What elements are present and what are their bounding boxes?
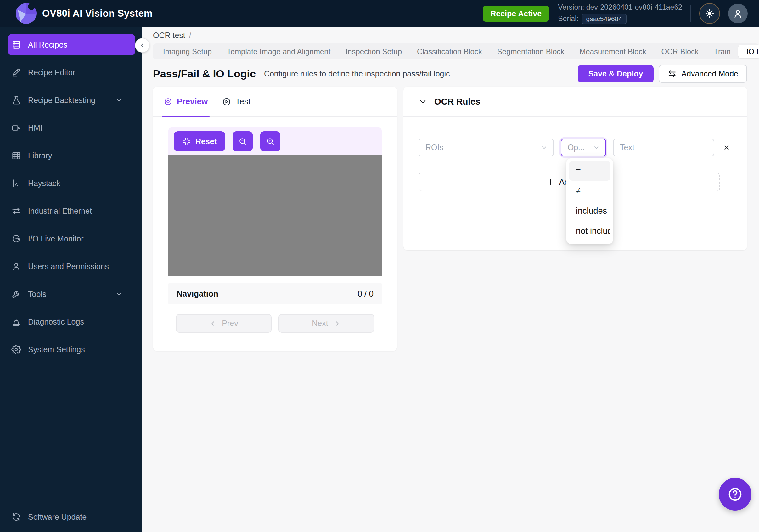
panels-row: Preview Test <box>153 87 747 351</box>
pager-row: Prev Next <box>168 314 382 333</box>
chevron-left-icon <box>139 42 145 49</box>
rule-row: ROIs Op... <box>419 139 732 156</box>
sidebar-item-label: Haystack <box>28 179 60 188</box>
breadcrumb-recipe[interactable]: OCR test <box>153 31 185 40</box>
operator-select[interactable]: Op... <box>561 139 606 156</box>
image-toolbar: Reset <box>168 128 382 155</box>
tab-imaging-setup[interactable]: Imaging Setup <box>155 47 219 56</box>
sidebar-item-software-update[interactable]: Software Update <box>0 503 141 531</box>
zoom-out-icon <box>238 137 247 146</box>
preview-image-canvas[interactable] <box>168 155 382 276</box>
advanced-mode-button[interactable]: Advanced Mode <box>659 65 747 83</box>
tab-preview[interactable]: Preview <box>163 87 208 116</box>
next-button[interactable]: Next <box>278 314 374 333</box>
operator-option-not-equals[interactable]: ≠ <box>569 181 611 201</box>
operator-option-equals[interactable]: = <box>569 161 611 181</box>
sidebar-item-label: Software Update <box>28 512 87 522</box>
operator-dropdown-menu: = ≠ includes not includes <box>566 158 613 244</box>
roi-select[interactable]: ROIs <box>419 139 554 156</box>
preview-tabs: Preview Test <box>153 87 397 117</box>
sidebar-item-label: All Recipes <box>28 40 67 49</box>
refresh-icon <box>11 512 21 522</box>
sidebar-item-recipe-editor[interactable]: Recipe Editor <box>0 59 141 86</box>
help-button[interactable] <box>719 478 751 511</box>
zoom-in-icon <box>266 137 275 146</box>
remove-rule-button[interactable] <box>721 142 732 153</box>
sidebar-item-label: HMI <box>28 123 43 133</box>
sidebar-item-label: Recipe Backtesting <box>28 96 95 105</box>
sidebar-item-users-permissions[interactable]: Users and Permissions <box>0 253 141 280</box>
tab-classification-block[interactable]: Classification Block <box>409 47 490 56</box>
sidebar-item-recipe-backtesting[interactable]: Recipe Backtesting <box>0 86 141 114</box>
ocr-rules-header[interactable]: OCR Rules <box>403 87 747 117</box>
close-icon <box>723 143 730 152</box>
theme-toggle-button[interactable] <box>699 3 720 24</box>
sidebar-item-all-recipes[interactable]: All Recipes <box>8 34 135 56</box>
sun-icon <box>705 9 714 18</box>
sidebar-item-io-live-monitor[interactable]: I/O Live Monitor <box>0 225 141 253</box>
tab-ocr-block[interactable]: OCR Block <box>654 47 706 56</box>
sidebar-item-diagnostic-logs[interactable]: Diagnostic Logs <box>0 308 141 336</box>
sidebar: All Recipes Recipe Editor Recipe Backtes… <box>0 27 141 532</box>
tab-test-label: Test <box>235 97 251 106</box>
tab-test[interactable]: Test <box>221 87 251 116</box>
preview-body: Reset <box>153 117 397 333</box>
prev-button[interactable]: Prev <box>176 314 271 333</box>
io-monitor-icon <box>11 234 21 244</box>
operator-select-placeholder: Op... <box>568 143 593 152</box>
advanced-mode-label: Advanced Mode <box>681 69 738 78</box>
navigation-bar: Navigation 0 / 0 <box>168 283 382 305</box>
tab-inspection-setup[interactable]: Inspection Setup <box>338 47 409 56</box>
play-circle-icon <box>222 97 231 106</box>
ocr-rules-title: OCR Rules <box>434 97 480 107</box>
sidebar-item-library[interactable]: Library <box>0 142 141 169</box>
version-text: Version: dev-20260401-ov80i-411ae62 <box>558 3 682 12</box>
version-block: Version: dev-20260401-ov80i-411ae62 Seri… <box>558 3 682 24</box>
sidebar-item-industrial-ethernet[interactable]: Industrial Ethernet <box>0 197 141 225</box>
serial-value: gsac549684 <box>581 14 626 24</box>
operator-option-not-includes[interactable]: not includes <box>569 221 611 241</box>
tab-measurement-block[interactable]: Measurement Block <box>572 47 654 56</box>
reset-view-button[interactable]: Reset <box>174 131 225 151</box>
wrench-icon <box>11 289 21 299</box>
tab-io-logic[interactable]: IO Logic <box>738 45 759 58</box>
tab-template-image-alignment[interactable]: Template Image and Alignment <box>219 47 338 56</box>
roi-select-placeholder: ROIs <box>425 143 540 152</box>
sidebar-collapse-button[interactable] <box>135 38 149 53</box>
sidebar-item-haystack[interactable]: Haystack <box>0 169 141 197</box>
siren-icon <box>11 317 21 327</box>
page-subtitle: Configure rules to define the inspection… <box>264 69 452 78</box>
plus-icon <box>546 178 555 186</box>
sidebar-item-label: System Settings <box>28 345 85 354</box>
camera-icon <box>11 123 21 133</box>
fit-view-icon <box>182 137 191 146</box>
chevron-right-icon <box>333 320 341 327</box>
user-icon <box>733 8 743 19</box>
tab-preview-label: Preview <box>177 97 208 106</box>
navigation-count: 0 / 0 <box>357 289 374 299</box>
sidebar-item-tools[interactable]: Tools <box>0 280 141 308</box>
header-divider <box>690 5 691 22</box>
app-title: OV80i AI Vision System <box>42 8 153 19</box>
serial-label: Serial: <box>558 15 579 23</box>
save-deploy-button[interactable]: Save & Deploy <box>578 65 654 82</box>
sidebar-item-system-settings[interactable]: System Settings <box>0 336 141 363</box>
flask-icon <box>11 95 21 105</box>
prev-label: Prev <box>222 319 238 328</box>
chevron-down-icon <box>593 144 600 151</box>
zoom-out-button[interactable] <box>232 131 253 151</box>
sidebar-item-label: Diagnostic Logs <box>28 317 84 326</box>
rule-text-input[interactable] <box>613 139 714 156</box>
sidebar-item-hmi[interactable]: HMI <box>0 114 141 142</box>
tab-segmentation-block[interactable]: Segmentation Block <box>490 47 572 56</box>
zoom-in-button[interactable] <box>260 131 280 151</box>
breadcrumb: OCR test / <box>153 30 759 40</box>
sidebar-item-label: I/O Live Monitor <box>28 234 83 243</box>
ethernet-icon <box>11 206 21 216</box>
chevron-down-icon <box>540 144 547 151</box>
sidebar-item-label: Users and Permissions <box>28 262 109 271</box>
page-title: Pass/Fail & IO Logic <box>153 68 256 80</box>
tab-train[interactable]: Train <box>706 47 738 56</box>
operator-option-includes[interactable]: includes <box>569 201 611 221</box>
user-avatar[interactable] <box>728 4 748 23</box>
